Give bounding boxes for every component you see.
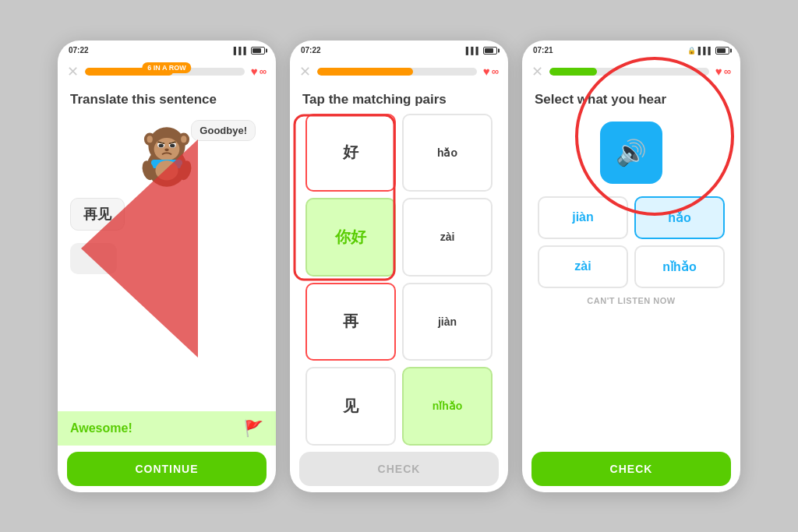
pair-right-2[interactable]: zài: [402, 198, 493, 277]
option-jian[interactable]: jiàn: [538, 196, 628, 239]
svg-point-12: [147, 136, 153, 143]
question-title-1: Translate this sentence: [70, 92, 263, 107]
progress-fill-2: [317, 68, 413, 76]
progress-fill-3: [549, 68, 597, 76]
status-icons-3: 🔒 ▌▌▌: [687, 47, 729, 55]
heart-area-2: ♥ ∞: [483, 65, 499, 78]
progress-track-3: [549, 68, 709, 76]
signal-icon-3: ▌▌▌: [698, 47, 713, 55]
streak-badge: 6 IN A ROW: [142, 62, 191, 73]
pair-right-4[interactable]: nǐhǎo: [402, 367, 493, 446]
heart-icon-3: ♥: [715, 65, 722, 78]
success-bar: Awesome! 🚩: [58, 411, 276, 446]
pair-right-3[interactable]: jiàn: [402, 283, 493, 361]
heart-area-3: ♥ ∞: [715, 65, 731, 78]
screen3-frame: 07:21 🔒 ▌▌▌ ✕ ♥ ∞ Select what you hear 🔊…: [522, 41, 740, 492]
heart-area-1: ♥ ∞: [251, 65, 267, 78]
option-zai[interactable]: zài: [538, 245, 628, 288]
status-bar-2: 07:22 ▌▌▌: [290, 41, 508, 58]
heart-icon-1: ♥: [251, 65, 258, 78]
svg-point-5: [159, 143, 164, 147]
close-button-2[interactable]: ✕: [299, 65, 311, 79]
status-bar-1: 07:22 ▌▌▌: [58, 41, 276, 58]
close-button-3[interactable]: ✕: [531, 65, 543, 79]
screen2-content: Tap the matching pairs 好 hǎo 你好 zài 再 ji…: [290, 86, 508, 446]
mascot-area: Goodbye!: [70, 114, 263, 192]
battery-icon-3: [715, 47, 729, 55]
check-button-3[interactable]: CHECK: [531, 452, 731, 486]
pair-left-3[interactable]: 再: [305, 283, 396, 361]
screen1-frame: 07:22 ▌▌▌ 6 IN A ROW ✕ ♥ ∞ Translate thi…: [58, 41, 276, 492]
flag-icon: 🚩: [244, 419, 263, 438]
pair-left-4[interactable]: 见: [305, 367, 396, 446]
screen1-content: Translate this sentence: [58, 86, 276, 411]
pair-left-1[interactable]: 好: [305, 114, 396, 192]
progress-area-2: ✕ ♥ ∞: [290, 58, 508, 86]
progress-track-2: [317, 68, 477, 76]
progress-area-3: ✕ ♥ ∞: [522, 58, 740, 86]
time-3: 07:21: [533, 46, 553, 55]
answer-blank: [70, 243, 117, 274]
pairs-grid: 好 hǎo 你好 zài 再 jiàn 见 nǐhǎo: [302, 114, 496, 446]
awesome-text: Awesome!: [70, 421, 132, 435]
battery-icon-1: [251, 47, 265, 55]
pair-right-1[interactable]: hǎo: [402, 114, 493, 192]
status-bar-3: 07:21 🔒 ▌▌▌: [522, 41, 740, 58]
status-icons-2: ▌▌▌: [466, 47, 497, 55]
svg-point-13: [181, 136, 186, 143]
options-grid: jiàn hǎo zài nǐhǎo: [535, 196, 728, 288]
svg-point-9: [164, 148, 168, 151]
svg-point-17: [155, 160, 178, 180]
close-button-1[interactable]: ✕: [67, 65, 79, 79]
speech-bubble: Goodbye!: [191, 120, 256, 141]
signal-icon-1: ▌▌▌: [234, 47, 249, 55]
chinese-word-1: 再见: [70, 198, 125, 231]
continue-button[interactable]: CONTINUE: [67, 452, 267, 486]
infinity-3: ∞: [724, 65, 731, 77]
speaker-button[interactable]: 🔊: [600, 122, 662, 184]
option-nihao[interactable]: nǐhǎo: [634, 245, 725, 288]
time-1: 07:22: [69, 46, 89, 55]
time-2: 07:22: [301, 46, 321, 55]
heart-icon-2: ♥: [483, 65, 490, 78]
pair-left-2[interactable]: 你好: [305, 198, 396, 277]
question-title-2: Tap the matching pairs: [302, 92, 496, 107]
lock-icon-3: 🔒: [687, 47, 696, 55]
battery-icon-2: [483, 47, 497, 55]
signal-icon-2: ▌▌▌: [466, 47, 481, 55]
infinity-1: ∞: [260, 65, 267, 77]
cant-listen-text[interactable]: CAN'T LISTEN NOW: [535, 296, 728, 305]
question-title-3: Select what you hear: [535, 92, 728, 107]
screen3-content: Select what you hear 🔊 jiàn hǎo zài nǐhǎ…: [522, 86, 740, 446]
status-icons-1: ▌▌▌: [234, 47, 265, 55]
screen2-frame: 07:22 ▌▌▌ ✕ ♥ ∞ Tap the matching pairs 好…: [290, 41, 508, 492]
option-hao[interactable]: hǎo: [634, 196, 725, 239]
check-button-2[interactable]: CHECK: [299, 452, 499, 486]
svg-point-6: [170, 143, 175, 147]
speaker-icon: 🔊: [616, 138, 647, 167]
infinity-2: ∞: [492, 65, 499, 77]
